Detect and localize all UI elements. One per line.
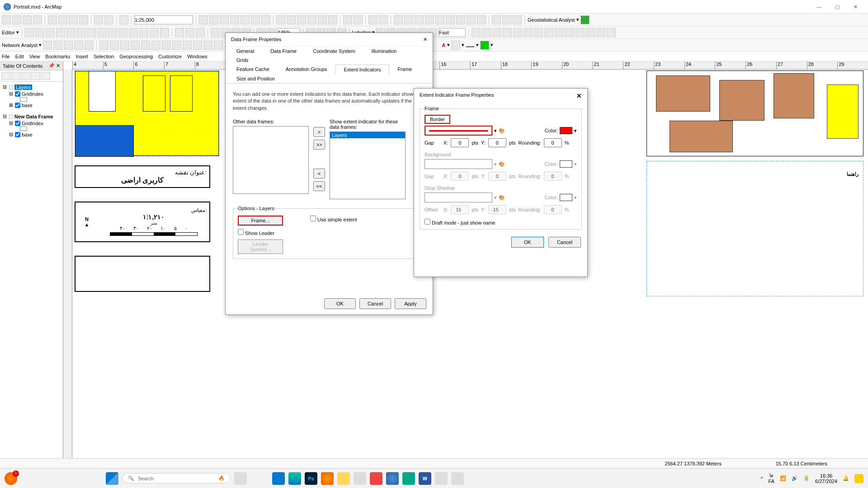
shadow-rounding[interactable]	[544, 205, 562, 214]
tool-icon[interactable]	[502, 15, 511, 24]
tool-icon[interactable]	[596, 28, 605, 37]
new-icon[interactable]	[2, 15, 11, 24]
photoshop-icon[interactable]: Ps	[305, 472, 317, 485]
toc-list-by-drawing-icon[interactable]	[1, 72, 10, 80]
quality-select[interactable]	[439, 28, 466, 37]
expand-icon[interactable]: ⊟	[8, 131, 14, 137]
clock-time[interactable]: 16:36	[815, 473, 837, 479]
tab-dataframe[interactable]: Data Frame	[262, 47, 305, 56]
notification-icon[interactable]: 🔔	[843, 475, 849, 481]
tool-icon[interactable]	[214, 41, 223, 50]
expand-icon[interactable]: ⊟	[2, 113, 7, 119]
close-button[interactable]: ✕	[846, 0, 864, 13]
expand-icon[interactable]: ⊞	[8, 102, 14, 108]
style-picker-icon[interactable]: 🎨	[499, 161, 505, 167]
draft-mode-checkbox[interactable]	[425, 219, 430, 225]
map-title-box[interactable]: عنوان نقشه: کاربری اراضی	[75, 165, 210, 188]
bg-gap-x[interactable]	[451, 172, 469, 181]
cut-icon[interactable]	[48, 15, 57, 24]
app-icon[interactable]	[402, 472, 415, 485]
tool-icon[interactable]	[368, 15, 377, 24]
georef-icon[interactable]	[196, 28, 205, 37]
tab-featurecache[interactable]: Feature Cache	[228, 65, 278, 74]
georef-icon[interactable]	[185, 28, 194, 37]
layer-name[interactable]: base	[22, 132, 33, 137]
show-leader-checkbox[interactable]	[238, 229, 244, 235]
identify-icon[interactable]	[404, 15, 413, 24]
cancel-button[interactable]: Cancel	[548, 237, 581, 248]
empty-box[interactable]	[75, 256, 210, 292]
layer-checkbox[interactable]	[15, 132, 20, 137]
bg-gap-y[interactable]	[488, 172, 506, 181]
bg-rounding[interactable]	[544, 172, 562, 181]
tool-icon[interactable]	[513, 15, 522, 24]
fwd-icon[interactable]	[354, 15, 363, 24]
shadow-off-x[interactable]	[451, 205, 469, 214]
tool-icon[interactable]	[565, 28, 574, 37]
scale-input[interactable]	[134, 15, 193, 24]
tool-icon[interactable]	[492, 15, 501, 24]
border-color-swatch[interactable]	[560, 127, 572, 134]
net-icon[interactable]	[85, 41, 94, 50]
extent-icon[interactable]	[318, 15, 327, 24]
tool-icon[interactable]	[467, 15, 476, 24]
edge-icon[interactable]	[288, 472, 301, 485]
app-icon[interactable]	[354, 472, 366, 485]
select-icon[interactable]	[394, 15, 403, 24]
back-icon[interactable]	[343, 15, 352, 24]
tool-icon[interactable]	[477, 15, 486, 24]
net-icon[interactable]	[43, 41, 52, 50]
tool-icon[interactable]	[492, 28, 501, 37]
layer-group[interactable]: Layers	[14, 84, 32, 90]
border-gap-y[interactable]	[488, 138, 506, 147]
edit-tool-icon[interactable]	[118, 28, 127, 37]
network-dropdown[interactable]: Network Analyst	[2, 42, 38, 48]
toc-list-icon[interactable]	[11, 72, 20, 80]
zoom-in-icon[interactable]	[276, 15, 285, 24]
geostat-dropdown[interactable]: Geostatistical Analyst	[528, 17, 575, 23]
tool-icon[interactable]	[425, 15, 434, 24]
edit-tool-icon[interactable]	[160, 28, 169, 37]
tool-icon[interactable]	[415, 15, 424, 24]
tool-icon[interactable]	[199, 15, 208, 24]
style-picker-icon[interactable]: 🎨	[499, 128, 505, 134]
layer-name[interactable]: GridIndex	[22, 121, 43, 126]
layer-checkbox[interactable]	[15, 121, 20, 126]
list-item[interactable]: Layers	[330, 132, 405, 138]
undo-icon[interactable]	[94, 15, 103, 24]
ok-button[interactable]: OK	[511, 237, 544, 248]
map-frame-overview[interactable]	[646, 70, 863, 156]
layer-checkbox[interactable]	[15, 103, 20, 108]
tool-icon[interactable]	[141, 41, 150, 50]
extent-icon[interactable]	[328, 15, 337, 24]
tab-extent-indicators[interactable]: Extent Indicators	[335, 65, 390, 75]
open-icon[interactable]	[12, 15, 21, 24]
edit-tool-icon[interactable]	[129, 28, 138, 37]
grid-icon[interactable]	[211, 28, 220, 37]
save-icon[interactable]	[23, 15, 32, 24]
tool-icon[interactable]	[580, 15, 590, 24]
volume-icon[interactable]: 🔊	[792, 475, 798, 481]
tool-icon[interactable]	[472, 28, 481, 37]
edit-tool-icon[interactable]	[150, 28, 159, 37]
tool-icon[interactable]	[172, 41, 181, 50]
search-box[interactable]: 🔍 Search 🔥	[122, 473, 231, 483]
tool-icon[interactable]	[241, 15, 250, 24]
net-icon[interactable]	[64, 41, 73, 50]
shadow-off-y[interactable]	[488, 205, 506, 214]
edit-tool-icon[interactable]	[35, 28, 44, 37]
tool-icon[interactable]	[534, 28, 543, 37]
wifi-icon[interactable]: 📶	[780, 475, 786, 481]
georef-icon[interactable]	[175, 28, 184, 37]
border-style-preview[interactable]	[425, 126, 492, 136]
delete-icon[interactable]	[79, 15, 88, 24]
menu-file[interactable]: File	[2, 54, 10, 59]
ok-button[interactable]: OK	[324, 298, 356, 309]
pan-icon[interactable]	[297, 15, 306, 24]
legend-box[interactable]: راهنما	[646, 161, 863, 296]
close-icon[interactable]: ✕	[423, 37, 427, 42]
snip-icon[interactable]	[451, 472, 464, 485]
net-icon[interactable]	[53, 41, 62, 50]
use-simple-checkbox[interactable]	[310, 216, 316, 221]
tool-icon[interactable]	[131, 41, 140, 50]
